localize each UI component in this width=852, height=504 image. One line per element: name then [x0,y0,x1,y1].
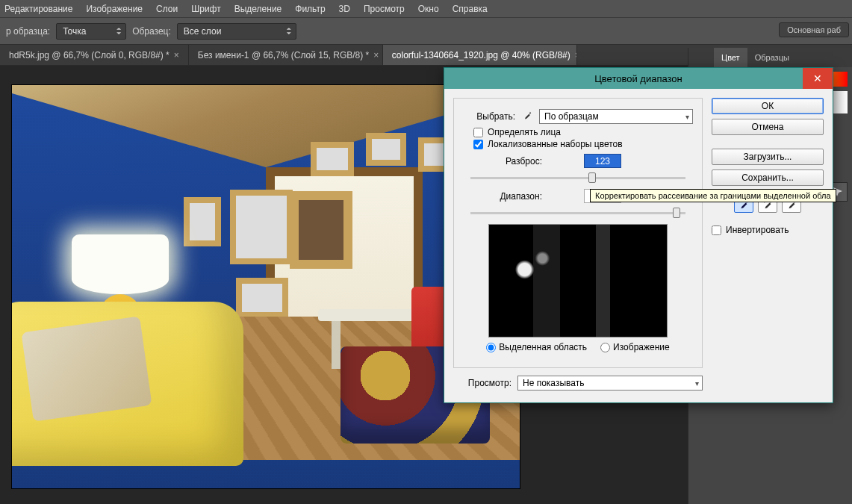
tab-label: colorful-1340664_1920.jpg @ 40% (RGB/8#) [392,50,570,60]
radio-selection-label: Выделенная область [499,342,587,352]
close-icon: ✕ [813,72,822,84]
sample-from-label: Образец: [132,26,171,37]
document-tab[interactable]: colorful-1340664_1920.jpg @ 40% (RGB/8#)… [383,45,577,65]
preview-dropdown[interactable]: Не показывать [517,376,703,391]
range-label: Диапазон: [463,191,542,202]
localized-checkbox[interactable] [473,140,483,149]
fuzziness-label: Разброс: [463,156,542,167]
menu-select[interactable]: Выделение [234,4,282,14]
fuzziness-slider[interactable] [470,171,685,184]
sample-size-label: р образца: [6,26,50,37]
range-slider[interactable] [470,206,685,220]
tooltip: Корректировать рассеивание за границами … [590,189,836,202]
menu-3d[interactable]: 3D [339,4,350,14]
radio-image-label: Изображение [613,342,670,352]
menu-help[interactable]: Справка [453,4,488,14]
tab-swatches[interactable]: Образцы [747,48,797,67]
selection-preview [488,224,668,337]
menu-image[interactable]: Изображение [86,4,143,14]
close-button[interactable]: ✕ [803,68,833,89]
radio-image[interactable]: Изображение [600,342,670,352]
cancel-button[interactable]: Отмена [712,119,824,135]
load-button[interactable]: Загрузить... [712,149,824,165]
color-range-dialog: Цветовой диапазон ✕ Выбрать: По образцам… [444,67,833,403]
menu-view[interactable]: Просмотр [364,4,405,14]
dialog-title: Цветовой диапазон [594,73,682,84]
tab-color[interactable]: Цвет [714,48,747,67]
eyedropper-icon [521,111,533,122]
tab-label: hdR5k.jpg @ 66,7% (Слой 0, RGB/8#) * [9,50,170,60]
document-tab[interactable]: Без имени-1 @ 66,7% (Слой 15, RGB/8) * × [189,45,383,65]
panel-tabs: Цвет Образцы [688,48,852,67]
close-icon[interactable]: × [373,50,379,60]
menu-filter[interactable]: Фильтр [295,4,325,14]
detect-faces-label: Определять лица [488,127,561,137]
detect-faces-checkbox[interactable] [473,128,483,137]
localized-label: Локализованные наборы цветов [488,139,623,149]
close-icon[interactable]: × [575,50,577,60]
radio-selection[interactable]: Выделенная область [486,342,587,352]
invert-checkbox[interactable] [712,225,721,235]
options-bar: р образца: Точка Образец: Все слои Основ… [0,18,852,45]
menu-edit[interactable]: Редактирование [4,4,72,14]
fuzziness-input[interactable]: 123 [584,154,621,168]
sample-from-dropdown[interactable]: Все слои [177,23,296,40]
document-tab[interactable]: hdR5k.jpg @ 66,7% (Слой 0, RGB/8#) * × [0,45,189,65]
save-button[interactable]: Сохранить... [712,169,824,186]
menu-window[interactable]: Окно [418,4,439,14]
select-dropdown[interactable]: По образцам [539,109,693,124]
dialog-titlebar[interactable]: Цветовой диапазон ✕ [444,68,833,89]
select-label: Выбрать: [463,111,515,122]
menu-layers[interactable]: Слои [156,4,178,14]
ok-button[interactable]: ОК [712,98,824,114]
workspace-button[interactable]: Основная раб [779,22,849,37]
preview-label: Просмотр: [453,378,511,388]
invert-label: Инвертировать [726,225,789,235]
sample-size-dropdown[interactable]: Точка [56,23,126,40]
close-icon[interactable]: × [174,50,179,60]
menu-type[interactable]: Шрифт [191,4,220,14]
menu-bar: Редактирование Изображение Слои Шрифт Вы… [0,0,852,18]
tab-label: Без имени-1 @ 66,7% (Слой 15, RGB/8) * [198,50,370,60]
